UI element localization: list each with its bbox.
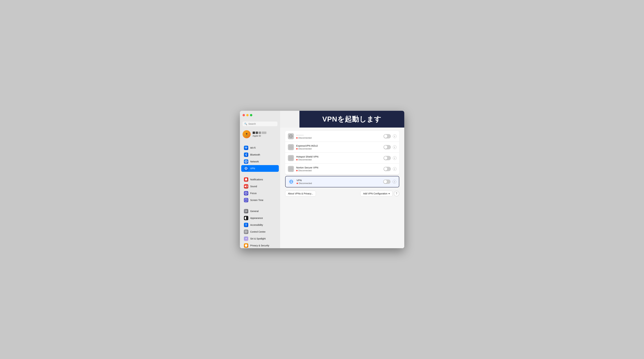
- search-input[interactable]: [248, 122, 276, 125]
- info-btn-first[interactable]: i: [393, 134, 396, 138]
- sidebar-item-wifi[interactable]: Wi-Fi: [241, 144, 279, 151]
- privacy-icon: [244, 243, 248, 248]
- vpn-item-info-first: ——— Disconnected: [296, 133, 384, 139]
- sound-icon: [244, 184, 248, 189]
- avatar: 🌻: [242, 130, 250, 138]
- vpn-item-expressvpn[interactable]: ExpressVPN IKEv2 Disconnected i: [285, 142, 399, 153]
- svg-line-8: [246, 200, 246, 200]
- toggle-selected[interactable]: [383, 179, 390, 184]
- notifications-icon: [244, 177, 248, 182]
- sidebar-item-focus[interactable]: Focus: [241, 190, 279, 197]
- svg-rect-12: [245, 230, 246, 232]
- info-btn-expressvpn[interactable]: i: [393, 145, 396, 149]
- vpn-item-first[interactable]: ——— Disconnected i: [285, 131, 399, 142]
- screentime-icon: [244, 198, 248, 202]
- profile-dot-2: [256, 132, 258, 134]
- traffic-lights: [242, 114, 252, 116]
- profile-info: Apple ID: [253, 132, 266, 137]
- status-dot-selected: [296, 183, 298, 184]
- question-button[interactable]: ?: [394, 191, 399, 196]
- svg-point-11: [246, 224, 246, 224]
- sidebar-item-notifications[interactable]: Notifications: [241, 176, 279, 183]
- avatar-image: 🌻: [242, 130, 250, 138]
- chevron-down-icon: ▾: [388, 192, 390, 195]
- close-button[interactable]: [242, 114, 245, 116]
- vpn-item-name-hotspot: Hotspot Shield VPN: [296, 155, 384, 158]
- svg-rect-15: [246, 232, 248, 233]
- profile-label: Apple ID: [253, 135, 266, 137]
- sidebar-item-sound[interactable]: Sound: [241, 183, 279, 190]
- info-btn-hotspot[interactable]: i: [393, 156, 396, 160]
- vpn-item-name-selected: VPN: [296, 179, 383, 182]
- content-area: ——— Disconnected i: [280, 128, 404, 248]
- vpn-item-selected[interactable]: VPN Disconnected i: [285, 176, 399, 187]
- vpn-item-hotspot[interactable]: Hotspot Shield VPN Disconnected i: [285, 153, 399, 164]
- sidebar-item-label-privacy: Privacy & Security: [250, 244, 270, 247]
- info-btn-selected[interactable]: i: [392, 180, 396, 184]
- nav-section-network: Wi-Fi Bluetooth: [240, 144, 280, 173]
- system-settings-window: VPNを起動します 🔍 🌻: [240, 111, 404, 248]
- vpn-item-status-first: Disconnected: [296, 137, 384, 139]
- vpn-item-controls-selected: i: [383, 179, 396, 184]
- add-vpn-label: Add VPN Configuration: [363, 192, 388, 195]
- vpn-item-status-hotspot: Disconnected: [296, 158, 384, 161]
- sidebar-item-appearance[interactable]: Appearance: [241, 215, 279, 221]
- sidebar-item-accessibility[interactable]: Accessibility: [241, 222, 279, 228]
- vpn-status-text-selected: Disconnected: [299, 182, 312, 185]
- profile-dots: [253, 132, 266, 134]
- vpn-item-icon-expressvpn: [288, 144, 294, 150]
- vpn-status-text-first: Disconnected: [298, 137, 312, 139]
- search-bar[interactable]: 🔍: [242, 121, 278, 126]
- vpn-item-info-hotspot: Hotspot Shield VPN Disconnected: [296, 155, 384, 161]
- sidebar-item-label-vpn: VPN: [250, 167, 255, 170]
- vpn-item-status-norton: Disconnected: [296, 169, 384, 172]
- sidebar-item-siri[interactable]: Siri & Spotlight: [241, 235, 279, 242]
- sidebar-item-screentime[interactable]: Screen Time: [241, 197, 279, 203]
- sidebar-item-bluetooth[interactable]: Bluetooth: [241, 151, 279, 158]
- maximize-button[interactable]: [250, 114, 252, 116]
- add-vpn-button[interactable]: Add VPN Configuration ▾: [360, 191, 392, 196]
- bluetooth-icon: [244, 152, 248, 157]
- vpn-list: ——— Disconnected i: [280, 128, 404, 200]
- vpn-item-info-expressvpn: ExpressVPN IKEv2 Disconnected: [296, 144, 384, 150]
- wifi-icon: [244, 146, 248, 150]
- profile-section[interactable]: 🌻 Apple ID: [240, 129, 280, 141]
- minimize-button[interactable]: [246, 114, 248, 116]
- sidebar-item-label-wifi: Wi-Fi: [250, 146, 256, 149]
- toggle-hotspot[interactable]: [384, 156, 391, 160]
- vpn-icon: [244, 166, 248, 171]
- profile-dot-1: [253, 132, 255, 134]
- toggle-first[interactable]: [384, 134, 391, 138]
- sidebar-item-controlcentre[interactable]: Control Centre: [241, 228, 279, 235]
- vpn-item-controls-norton: i: [384, 167, 396, 171]
- sidebar-item-privacy[interactable]: Privacy & Security: [241, 242, 279, 248]
- sidebar-item-label-general: General: [250, 210, 259, 213]
- sidebar-item-vpn[interactable]: VPN: [241, 165, 279, 172]
- vpn-item-icon-selected: [288, 179, 294, 185]
- status-dot-hotspot: [296, 159, 298, 160]
- vpn-banner: VPNを起動します: [300, 111, 404, 128]
- appearance-icon: [244, 216, 248, 220]
- vpn-status-text-hotspot: Disconnected: [298, 158, 312, 161]
- vpn-banner-text: VPNを起動します: [322, 114, 381, 124]
- sidebar-item-label-notifications: Notifications: [250, 178, 263, 181]
- svg-rect-13: [246, 230, 248, 232]
- status-dot-norton: [296, 170, 298, 171]
- vpn-item-controls-first: i: [384, 134, 396, 138]
- sidebar-item-network[interactable]: Network: [241, 158, 279, 165]
- vpn-item-name-expressvpn: ExpressVPN IKEv2: [296, 144, 384, 147]
- vpn-status-text-norton: Disconnected: [298, 169, 312, 172]
- about-vpns-button[interactable]: About VPNs & Privacy...: [285, 191, 316, 196]
- siri-icon: [244, 237, 248, 241]
- vpn-item-norton[interactable]: Norton Secure VPN Disconnected i: [285, 164, 399, 174]
- toggle-expressvpn[interactable]: [384, 145, 391, 149]
- toggle-norton[interactable]: [384, 167, 391, 171]
- controlcentre-icon: [244, 230, 248, 234]
- info-btn-norton[interactable]: i: [393, 167, 396, 171]
- vpn-item-icon-norton: [288, 166, 294, 172]
- sidebar-item-general[interactable]: General: [241, 208, 279, 215]
- vpn-item-name-first: ———: [296, 133, 384, 136]
- nav-section-general: General Appearance: [240, 207, 280, 248]
- search-icon: 🔍: [244, 122, 247, 125]
- vpn-actions: About VPNs & Privacy... Add VPN Configur…: [285, 191, 399, 196]
